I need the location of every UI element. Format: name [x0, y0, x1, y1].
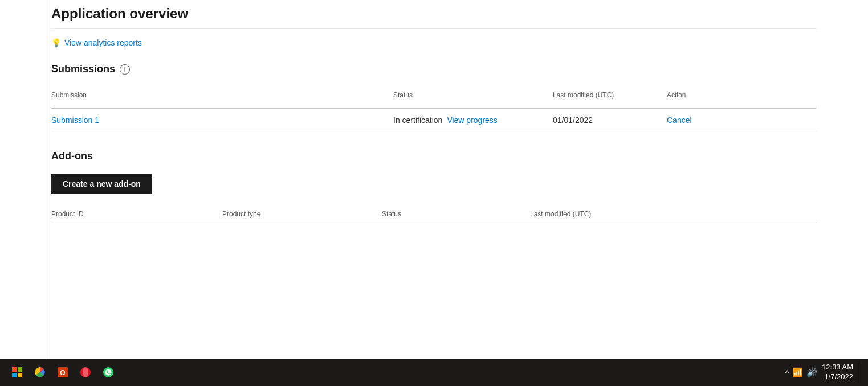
page-title: Application overview: [51, 6, 817, 29]
svg-rect-0: [12, 367, 17, 372]
svg-rect-3: [18, 373, 22, 377]
cancel-link[interactable]: Cancel: [667, 116, 692, 125]
taskbar-volume-icon[interactable]: 🔊: [806, 367, 817, 377]
taskbar-clock[interactable]: 12:33 AM 1/7/2022: [822, 363, 853, 382]
col-header-action: Action: [667, 87, 817, 104]
submissions-table: Submission Status Last modified (UTC) Ac…: [51, 87, 817, 132]
col-header-addons-last-modified: Last modified (UTC): [530, 206, 817, 223]
submission-name-cell: Submission 1: [51, 116, 393, 125]
col-header-addons-status: Status: [382, 206, 530, 223]
taskbar-left: O: [7, 362, 119, 383]
svg-rect-2: [12, 373, 17, 377]
svg-rect-1: [18, 367, 22, 372]
start-button[interactable]: [7, 362, 27, 383]
col-header-submission: Submission: [51, 87, 393, 104]
view-progress-link[interactable]: View progress: [447, 116, 497, 125]
submissions-info-icon[interactable]: i: [120, 64, 130, 75]
col-header-last-modified: Last modified (UTC): [553, 87, 667, 104]
submission-status-cell: In certification View progress: [393, 116, 553, 125]
taskbar-time-text: 12:33 AM: [822, 363, 853, 372]
addons-title: Add-ons: [51, 150, 93, 162]
addons-section: Add-ons Create a new add-on Product ID P…: [51, 150, 817, 223]
submission-status-text: In certification: [393, 116, 442, 125]
col-header-product-type: Product type: [222, 206, 382, 223]
col-header-product-id: Product ID: [51, 206, 222, 223]
left-divider: [46, 0, 46, 359]
taskbar-right: ^ 📶 🔊 12:33 AM 1/7/2022: [785, 362, 861, 383]
analytics-icon: 💡: [51, 38, 61, 47]
taskbar-app-pinwheel[interactable]: [30, 362, 50, 383]
table-row: Submission 1 In certification View progr…: [51, 109, 817, 132]
submission-name-link[interactable]: Submission 1: [51, 116, 99, 125]
submissions-title: Submissions: [51, 63, 115, 75]
submission-action-cell: Cancel: [667, 116, 817, 125]
taskbar-date-text: 1/7/2022: [822, 372, 853, 382]
submission-date-cell: 01/01/2022: [553, 116, 667, 125]
analytics-link-text: View analytics reports: [64, 38, 142, 47]
taskbar-app-office[interactable]: O: [52, 362, 73, 383]
col-header-status: Status: [393, 87, 553, 104]
submissions-section: Submissions i Submission Status Last mod…: [51, 63, 817, 132]
taskbar-wifi-icon[interactable]: 📶: [792, 367, 803, 377]
taskbar: O ^ 📶 🔊 12:33 AM 1/7/2022: [0, 359, 868, 386]
taskbar-app-red[interactable]: [75, 362, 96, 383]
submissions-table-header: Submission Status Last modified (UTC) Ac…: [51, 87, 817, 109]
view-analytics-link[interactable]: 💡 View analytics reports: [51, 38, 817, 47]
show-desktop-button[interactable]: [858, 362, 861, 383]
taskbar-chevron-icon[interactable]: ^: [785, 368, 789, 377]
create-addon-button[interactable]: Create a new add-on: [51, 174, 152, 194]
taskbar-system-icons: ^ 📶 🔊: [785, 367, 817, 377]
addons-table-header: Product ID Product type Status Last modi…: [51, 206, 817, 223]
taskbar-app-whatsapp[interactable]: [98, 362, 119, 383]
svg-text:O: O: [60, 369, 65, 377]
svg-point-7: [83, 367, 88, 377]
